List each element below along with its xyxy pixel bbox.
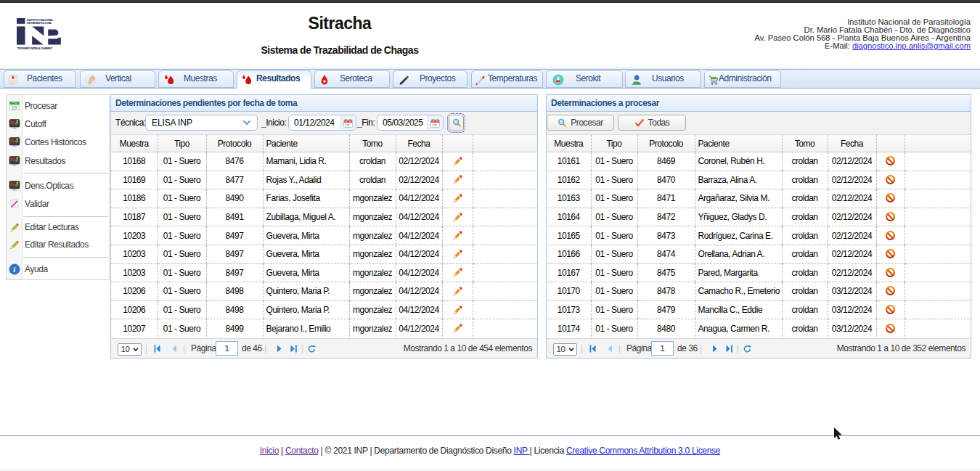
svg-text:19: 19: [12, 105, 17, 111]
